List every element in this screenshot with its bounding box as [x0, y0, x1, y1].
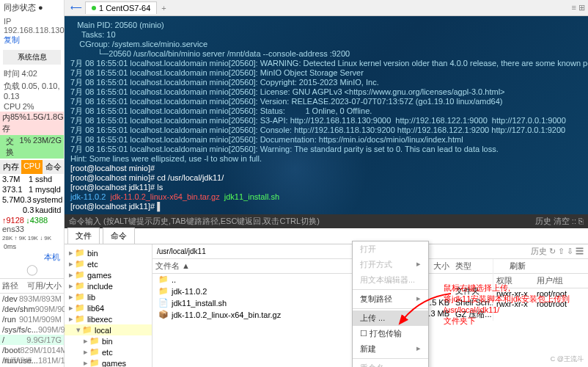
ctx-open: 打开 [353, 241, 428, 257]
memory-bar: 内存85%1.5G/1.8G [0, 112, 64, 135]
host-circle-icon: ◯ [0, 264, 64, 275]
status-dot-icon [92, 6, 96, 10]
tab-memory[interactable]: 内存 [0, 160, 21, 174]
terminal-output[interactable]: Main PID: 20560 (minio) Tasks: 10 CGroup… [65, 16, 588, 214]
ctx-rename: 重命名 [353, 360, 428, 367]
folder-tree[interactable]: ▸📁bin▸📁etc▸📁games▸📁include▸📁lib▸📁lib64▸📁… [65, 244, 152, 367]
swap-bar: 交换1%23M/2G [0, 135, 64, 159]
session-tabbar: ⟵ 1 CentOS7-64 + ≡ ⊞ [65, 0, 588, 16]
tree-item[interactable]: ▸📁etc [65, 258, 152, 269]
new-tab-button[interactable]: + [161, 4, 166, 12]
tree-item[interactable]: ▸📁include [65, 280, 152, 291]
disk-path-row[interactable]: /dev/shm909M/909M [0, 304, 64, 314]
file-row[interactable]: 📁 .. [152, 274, 493, 285]
disk-paths: 路径可用/大小 /dev893M/893M/dev/shm909M/909M/r… [0, 278, 64, 367]
file-manager-tabs: 文件 命令 [65, 228, 588, 244]
process-list: 3.7M1sshd373.11mysqld5.7M0.3systemd0.3ka… [0, 174, 64, 215]
system-status-panel: 同步状态 ● IP 192.168.118.130 复制 系统信息 时间 4:0… [0, 0, 65, 367]
ctx-new[interactable]: 新建▸ [353, 341, 428, 357]
resource-tabs[interactable]: 内存 CPU 命令 [0, 160, 64, 174]
tab-cmd[interactable]: 命令 [43, 160, 64, 174]
panel-title: 同步状态 ● [0, 0, 64, 15]
file-list-header[interactable]: 文件名 ▲ 大小 类型 [152, 259, 493, 274]
session-tab[interactable]: 1 CentOS7-64 [85, 1, 157, 14]
tree-item[interactable]: ▸📁lib64 [65, 302, 152, 313]
fm-tab-cmd[interactable]: 命令 [103, 228, 135, 244]
context-menu: 打开 打开方式▸ 用文本编辑器... 复制路径▸ 上传 ... ☐ 打包传输 新… [352, 241, 429, 367]
file-row[interactable]: 📄 jdk11_install.sh1.5 KBShell Scri... [152, 297, 493, 308]
tree-item[interactable]: ▸📁games [65, 269, 152, 280]
disk-path-row[interactable]: /9.9G/17G [0, 335, 64, 345]
path-input[interactable] [157, 247, 531, 255]
time-stat: 时间 4:02 [0, 68, 64, 80]
tab-cpu[interactable]: CPU [21, 160, 43, 174]
local-machine[interactable]: 本机 [0, 251, 64, 264]
process-row: 0.3kauditd [0, 205, 64, 215]
cpu-stat: CPU 2% [0, 101, 64, 112]
tree-item[interactable]: ▸📁bin [65, 335, 152, 346]
tabbar-options-icon[interactable]: ≡ ⊞ [572, 3, 585, 12]
fm-tab-files[interactable]: 文件 [67, 228, 100, 244]
file-row[interactable]: 📁 jdk-11.0.2文件夹 [152, 285, 493, 297]
process-row: 373.11mysqld [0, 184, 64, 195]
network-detail: 28K ↑ 9K 19K ↓ 9K [0, 234, 64, 242]
file-row[interactable]: 📦 jdk-11.0.2_linux-x64_bin.tar.gz171.3 M… [152, 308, 493, 321]
disk-path-row[interactable]: /dev893M/893M [0, 294, 64, 304]
activate-link[interactable]: 激活/升级 [4, 356, 32, 366]
process-row: 3.7M1sshd [0, 174, 64, 184]
tree-item[interactable]: ▾📁local [65, 324, 152, 335]
latency: 0ms [0, 242, 64, 251]
disk-path-row[interactable]: /run901M/909M [0, 314, 64, 324]
ip-address: IP 192.168.118.130 复制 [0, 15, 64, 47]
terminal-hint-bar: 命令输入 (按ALT键提示历史,TAB键路路径,ESC键返回,双击CTRL切换)… [65, 214, 588, 228]
process-row: 5.7M0.3systemd [0, 195, 64, 205]
ctx-upload[interactable]: 上传 ... [353, 310, 428, 326]
ctx-package-transfer[interactable]: ☐ 打包传输 [353, 326, 428, 341]
annotation-text: 鼠标右键选择上传,将jdk11安装脚本和jdk安装包上传到/usr/local/… [444, 283, 570, 327]
sysinfo-button[interactable]: 系统信息 [3, 50, 61, 65]
network-stat: ↑9128 ↓4388 ens33 [0, 215, 64, 234]
ctx-copy-path[interactable]: 复制路径▸ [353, 291, 428, 307]
tree-item[interactable]: ▸📁etc [65, 346, 152, 357]
ctx-open-with: 打开方式▸ [353, 257, 428, 272]
tree-item[interactable]: ▸📁lib [65, 291, 152, 302]
tree-item[interactable]: ▸📁bin [65, 247, 152, 258]
watermark: C @王流斗 [551, 355, 584, 364]
file-list-header-right: 刷新 [493, 259, 588, 274]
nav-back-icon[interactable]: ⟵ [70, 3, 82, 12]
tree-item[interactable]: ▸📁games [65, 357, 152, 367]
ctx-text-editor: 用文本编辑器... [353, 272, 428, 288]
disk-path-row[interactable]: /boot829M/1014M [0, 345, 64, 355]
disk-path-row[interactable]: /sys/fs/c...909M/909M [0, 324, 64, 335]
tree-item[interactable]: ▸📁libexec [65, 313, 152, 324]
load-stat: 负载 0.05, 0.10, 0.13 [0, 80, 64, 101]
tab-label: 1 CentOS7-64 [99, 4, 150, 12]
